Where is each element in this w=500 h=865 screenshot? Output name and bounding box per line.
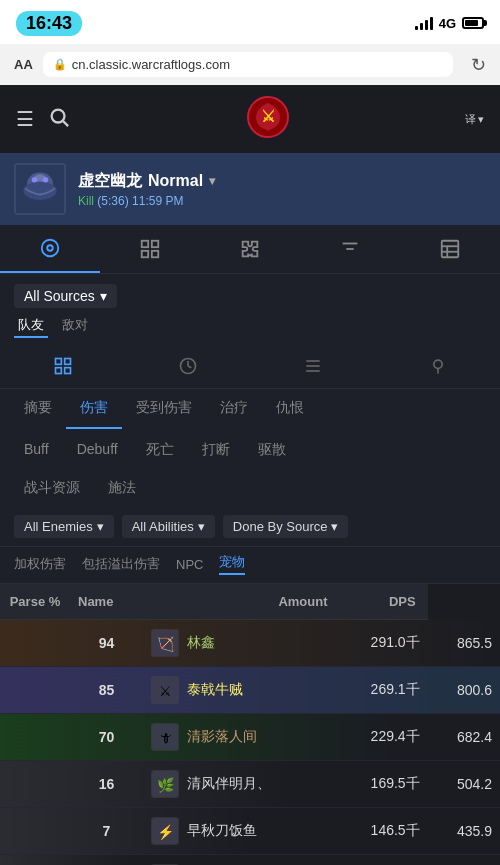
player-name: 泰戟牛贼 (187, 681, 243, 699)
sub-filter-overflow[interactable]: 包括溢出伤害 (82, 555, 160, 573)
url-bar[interactable]: 🔒 cn.classic.warcraftlogs.com (43, 52, 453, 77)
svg-line-29 (188, 366, 191, 368)
tab-summary[interactable] (0, 225, 100, 273)
status-time: 16:43 (16, 11, 82, 36)
analysis-tab-row-1: 摘要 伤害 受到伤害 治疗 仇恨 (10, 389, 490, 429)
tab-damage[interactable]: 伤害 (66, 389, 122, 429)
player-icon: 🗡 (151, 723, 179, 751)
enemies-filter-arrow: ▾ (97, 519, 104, 534)
parse-value: 70 (70, 714, 143, 761)
player-icon: ⚡ (151, 817, 179, 845)
boss-name: 虚空幽龙 (78, 171, 142, 192)
tab-threat[interactable]: 仇恨 (262, 389, 318, 429)
amount-value: 146.5千 (336, 808, 428, 855)
svg-rect-13 (152, 241, 158, 247)
table-header-row: Parse % Name Amount DPS (0, 584, 500, 620)
tab-resources[interactable]: 战斗资源 (10, 469, 94, 507)
abilities-filter-label: All Abilities (132, 519, 194, 534)
header-left: ☰ (16, 106, 70, 133)
dps-value: 504.2 (428, 761, 500, 808)
svg-rect-24 (64, 359, 70, 365)
boss-dropdown-arrow[interactable]: ▾ (209, 174, 215, 188)
svg-point-8 (32, 177, 38, 183)
svg-rect-12 (142, 241, 148, 247)
player-icon: ⚔ (151, 676, 179, 704)
search-button[interactable] (48, 106, 70, 133)
enemies-filter-label: All Enemies (24, 519, 93, 534)
tab-filter[interactable] (300, 225, 400, 273)
amount-value: 291.0千 (336, 620, 428, 667)
amount-value: 229.4千 (336, 714, 428, 761)
enemies-filter[interactable]: All Enemies ▾ (14, 515, 114, 538)
filter-tag-enemies[interactable]: 敌对 (58, 314, 92, 338)
tab-dispel[interactable]: 驱散 (244, 431, 300, 469)
svg-rect-19 (442, 241, 459, 258)
boss-info: 虚空幽龙 Normal ▾ Kill (5:36) 11:59 PM (78, 171, 486, 208)
table-row[interactable]: 7 ⚡ 早秋刀饭鱼 146.5千 435.9 (0, 808, 500, 855)
col-name: Name (70, 584, 143, 620)
name-cell: ❄ 、井星邦邦、 (143, 855, 336, 866)
language-button[interactable]: 译 ▾ (465, 112, 484, 127)
tab-damage-taken[interactable]: 受到伤害 (122, 389, 206, 429)
kill-badge: Kill (78, 194, 94, 208)
col-dps: DPS (336, 584, 428, 620)
table-row[interactable]: 22 ❄ 、井星邦邦、 74.2千 220.6 (0, 855, 500, 866)
tab-puzzle[interactable] (200, 225, 300, 273)
view-tab-time[interactable] (125, 348, 250, 384)
name-cell: 🏹 林鑫 (143, 620, 336, 667)
svg-point-33 (433, 360, 441, 368)
tab-interrupt[interactable]: 打断 (188, 431, 244, 469)
all-sources-button[interactable]: All Sources ▾ (14, 284, 117, 308)
dps-value: 435.9 (428, 808, 500, 855)
player-icon: 🏹 (151, 629, 179, 657)
sub-filter-npc[interactable]: NPC (176, 557, 203, 572)
svg-text:⚔: ⚔ (158, 683, 171, 699)
view-tab-list[interactable] (250, 348, 375, 384)
analysis-tabs: 摘要 伤害 受到伤害 治疗 仇恨 Buff Debuff 死亡 打断 驱散 战斗… (0, 389, 500, 507)
network-label: 4G (439, 16, 456, 31)
abilities-filter[interactable]: All Abilities ▾ (122, 515, 215, 538)
tab-casts[interactable]: 施法 (94, 469, 150, 507)
tab-grid[interactable] (100, 225, 200, 273)
table-row[interactable]: 94 🏹 林鑫 291.0千 865.5 (0, 620, 500, 667)
sub-filter-pet[interactable]: 宠物 (219, 553, 245, 575)
amount-value: 269.1千 (336, 667, 428, 714)
svg-point-0 (52, 109, 65, 122)
sub-filter-weighted[interactable]: 加权伤害 (14, 555, 66, 573)
tab-debuff[interactable]: Debuff (63, 431, 132, 469)
filter-tag-allies[interactable]: 队友 (14, 314, 48, 338)
name-cell: 🌿 清风伴明月、 (143, 761, 336, 808)
tab-table[interactable] (400, 225, 500, 273)
dps-value: 800.6 (428, 667, 500, 714)
header-right: 译 ▾ (465, 112, 484, 127)
view-tab-pin[interactable] (375, 348, 500, 384)
name-cell: ⚡ 早秋刀饭鱼 (143, 808, 336, 855)
view-tab-grid[interactable] (0, 348, 125, 384)
tab-death[interactable]: 死亡 (132, 431, 188, 469)
source-filter-pill[interactable]: Done By Source ▾ (223, 515, 349, 538)
menu-button[interactable]: ☰ (16, 107, 34, 131)
table-row[interactable]: 85 ⚔ 泰戟牛贼 269.1千 800.6 (0, 667, 500, 714)
refresh-button[interactable]: ↻ (471, 54, 486, 76)
toolbar-tabs (0, 225, 500, 274)
analysis-tab-row-3: 战斗资源 施法 (10, 469, 490, 507)
tab-buff[interactable]: Buff (10, 431, 63, 469)
view-tabs (0, 344, 500, 389)
amount-value: 74.2千 (336, 855, 428, 866)
tab-healing[interactable]: 治疗 (206, 389, 262, 429)
table-row[interactable]: 16 🌿 清风伴明月、 169.5千 504.2 (0, 761, 500, 808)
font-size-button[interactable]: AA (14, 57, 33, 72)
table-row[interactable]: 70 🗡 清影落人间 229.4千 682.4 (0, 714, 500, 761)
svg-text:🗡: 🗡 (158, 730, 172, 746)
parse-value: 85 (70, 667, 143, 714)
analysis-tab-row-2: Buff Debuff 死亡 打断 驱散 (10, 429, 490, 469)
abilities-filter-arrow: ▾ (198, 519, 205, 534)
svg-point-11 (47, 245, 53, 251)
player-name: 早秋刀饭鱼 (187, 822, 257, 840)
boss-bar: 虚空幽龙 Normal ▾ Kill (5:36) 11:59 PM (0, 153, 500, 225)
amount-value: 169.5千 (336, 761, 428, 808)
boss-image (14, 163, 66, 215)
filter-row: All Enemies ▾ All Abilities ▾ Done By So… (0, 507, 500, 547)
tab-summary[interactable]: 摘要 (10, 389, 66, 429)
dps-value: 220.6 (428, 855, 500, 866)
